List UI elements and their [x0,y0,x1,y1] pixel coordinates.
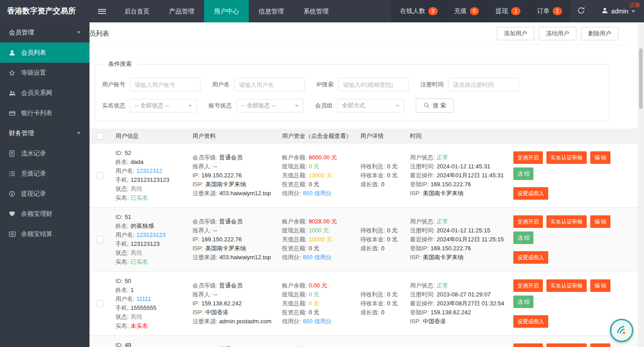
ip-search-input[interactable] [338,78,409,91]
nav-item-system[interactable]: 系统管理 [294,0,338,22]
delete-user-button[interactable]: 删除用户 [581,27,618,40]
realname-status-select[interactable]: -- 全部状态 -- [130,99,197,112]
row-action-button[interactable]: 设置成假人 [513,315,548,328]
field-value[interactable]: 0 元 [309,309,320,316]
search-button[interactable]: 搜 索 [416,99,454,113]
field-label: 用户状态: [410,218,435,225]
sidebar-item-yuebao-finance[interactable]: 余额宝理财 [0,204,90,224]
field-value: 0 元 [387,291,398,298]
field-value[interactable]: 8000.00 元 [309,154,337,161]
search-item-account: 用户账号 [102,78,200,91]
field-value[interactable]: 10000 元 [309,236,333,243]
select-all-checkbox[interactable] [97,133,104,140]
settlement-icon [9,231,17,237]
row-action-button[interactable]: 冻 结 [513,296,533,308]
refresh-button[interactable] [570,0,593,22]
field-value: 离线 [131,185,142,192]
row-action-button[interactable]: 实名认证审核 [546,343,587,347]
sidebar-item-member-network[interactable]: 会员关系网 [0,83,90,103]
field-label: 用户账号 [102,81,125,89]
stat-online-users[interactable]: 在线人数 3 [392,0,446,22]
sidebar-item-recharge-records[interactable]: 充值记录 [0,163,90,184]
nav-item-products[interactable]: 产品管理 [159,0,204,22]
nav-item-home[interactable]: 后台首页 [115,0,159,22]
field-value[interactable]: 12312312 [136,167,162,174]
member-group-select[interactable]: 全部方式 [337,99,404,112]
row-checkbox[interactable] [97,236,104,243]
stat-recharge[interactable]: 充值 0 [446,0,487,22]
top-nav: 后台首页 产品管理 用户中心 信息管理 系统管理 [115,0,338,22]
member-table: 用户信息 用户资料 用户资金（点击金额查看） 用户详情 时间 ID:52姓名:d… [90,129,638,347]
search-item-account-status: 账号状态 -- 全部状态 -- [209,99,303,112]
nav-item-user-center[interactable]: 用户中心 [204,0,249,22]
row-action-button[interactable]: 交易开启 [513,343,543,347]
stat-withdraw[interactable]: 提现 1 [487,0,529,22]
field-value[interactable]: 1000 元 [309,227,329,234]
field-value[interactable]: 650 信用分 [303,318,332,325]
row-action-button[interactable]: 交易开启 [513,279,543,292]
stat-orders[interactable]: 订单 1 [529,0,570,22]
field-value[interactable]: 0 元 [309,163,320,170]
field-value[interactable]: 0 元 [309,245,320,252]
search-item-member-group: 会员组 全部方式 [315,99,404,112]
field-value[interactable]: 11111 [136,296,151,302]
sidebar-section-finance[interactable]: 财务管理 [0,123,90,143]
select-value: -- 全部状态 -- [135,102,169,110]
field-value[interactable]: 0 元 [309,181,320,188]
menu-toggle[interactable] [90,0,115,22]
row-action-button[interactable]: 实名认证审核 [546,151,587,164]
add-user-button[interactable]: 添加用户 [497,27,534,40]
sidebar-item-bank-cards[interactable]: 银行卡列表 [0,103,90,123]
field-value[interactable]: 0.00 元 [309,282,328,289]
row-action-button[interactable]: 设置成假人 [513,187,548,200]
field-value: 2024年01月12日 11:25:15 [437,236,504,243]
app-logo: 香港数字资产交易所 [0,0,90,22]
row-action-button[interactable]: 交易开启 [513,151,543,164]
freeze-user-button[interactable]: 冻结用户 [539,27,576,40]
field-value[interactable]: 650 信用分 [303,190,332,197]
sidebar-item-flow-records[interactable]: 流水记录 [0,143,90,163]
sidebar-item-member-list[interactable]: 会员列表 [0,43,90,63]
field-value: 中国香港 [205,309,229,316]
row-action-button[interactable]: 实名认证审核 [546,215,587,228]
service-float-button[interactable] [610,319,633,342]
sidebar-section-member[interactable]: 会员管理 [0,22,90,43]
user-funds-cell: 账户余额:8000.00 元提现总额:0 元充值总额:10000 元投资总额:0… [277,153,356,198]
account-status-select[interactable]: -- 全部状态 -- [236,99,303,112]
field-label: 登陆IP: [410,309,429,316]
field-value: 2023-08-27 01:29:07 [437,291,491,298]
row-checkbox[interactable] [97,300,104,307]
row-actions-cell: 交易开启实名认证审核编 辑冻 结设置成假人 [509,151,638,200]
sidebar-item-level-settings[interactable]: 等级设置 [0,63,90,83]
field-value: 离线 [131,249,142,256]
register-time-input[interactable] [448,78,519,91]
scrollbar-thumb[interactable] [639,48,643,109]
row-action-button[interactable]: 编 辑 [590,215,610,228]
field-label: IP: [192,172,200,179]
row-action-button[interactable]: 编 辑 [590,279,610,292]
field-value[interactable]: 123123123 [136,231,166,238]
row-checkbox[interactable] [97,172,104,179]
search-row-2: 实名状态 -- 全部状态 -- 账号状态 -- 全部状态 -- 会员组 [102,99,602,113]
search-icon [423,102,430,110]
nav-item-info[interactable]: 信息管理 [249,0,294,22]
field-value[interactable]: 0 元 [309,300,320,307]
search-item-ip: IP搜索 [316,78,409,91]
row-action-button[interactable]: 冻 结 [513,231,533,244]
field-label: 投资总额: [282,309,307,316]
field-value[interactable]: 0 元 [309,291,320,298]
row-action-button[interactable]: 设置成假人 [513,251,548,264]
row-action-button[interactable]: 冻 结 [513,167,533,180]
field-value[interactable]: 9028.00 元 [309,218,337,225]
field-value[interactable]: 10000 元 [309,172,333,179]
row-action-button[interactable]: 编 辑 [590,151,610,164]
sidebar-item-yuebao-settlement[interactable]: 余额宝结算 [0,224,90,244]
row-action-button[interactable]: 交易开启 [513,215,543,228]
field-value: 离线 [131,313,142,320]
row-action-button[interactable]: 编 辑 [590,343,610,347]
username-input[interactable] [234,78,305,91]
row-action-button[interactable]: 实名认证审核 [546,279,587,292]
sidebar-item-withdraw-records[interactable]: 提现记录 [0,184,90,204]
user-account-input[interactable] [130,78,200,91]
field-value[interactable]: 650 信用分 [303,254,332,261]
